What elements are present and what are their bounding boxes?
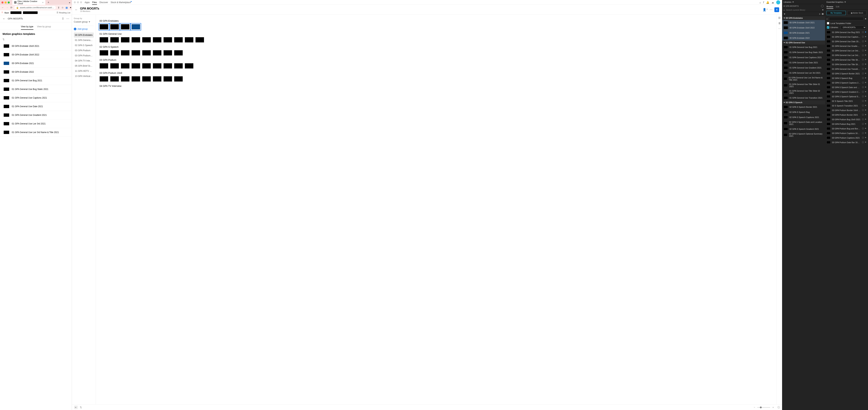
eg-templates-list[interactable]: 01 GPA General Use Bug 2021ⓘ★01 GPA Gene… — [825, 30, 868, 410]
favorite-star-icon[interactable]: ★ — [865, 136, 867, 139]
eg-template-item[interactable]: 03 GPA Podium Captions 2021ⓘ★ — [825, 135, 868, 140]
subtab-my-templates[interactable]: My Templates — [827, 11, 846, 15]
list-item[interactable]: 00 GPA Endslate 16x9 2022 — [0, 51, 72, 59]
group-by-select[interactable]: Custom group — [74, 21, 94, 23]
eg-template-item[interactable]: 02 GPA S Speech Date and Location 2021ⓘ★ — [825, 85, 868, 90]
apps-grid-icon[interactable]: ⠿ — [1, 11, 3, 14]
asset-thumbnail[interactable] — [163, 76, 172, 82]
favorite-star-icon[interactable]: ★ — [865, 77, 867, 80]
share-icon[interactable]: ⇪ — [58, 6, 60, 9]
library-section-header[interactable]: 01 GPA General Use — [782, 40, 825, 44]
library-item[interactable]: 02 GPA S Speech Optional Summary 2021 — [782, 132, 825, 138]
eg-template-item[interactable]: 03 GPA Podium Captions 16x9 2021ⓘ★ — [825, 131, 868, 135]
asset-thumbnail[interactable] — [174, 50, 183, 56]
asset-thumbnail[interactable] — [174, 37, 183, 42]
info-icon[interactable]: ⓘ — [862, 109, 864, 112]
tabs-dropdown-icon[interactable] — [69, 1, 70, 4]
templates-list[interactable]: 00 GPA Endslate 16x9 202100 GPA Endslate… — [0, 42, 72, 410]
info-icon[interactable]: ⓘ — [862, 40, 864, 43]
puzzle-ext-icon[interactable]: ✦ — [69, 6, 71, 9]
libraries-checkbox[interactable]: Libraries GPA MOGRTs — [827, 26, 866, 29]
library-content[interactable]: 00 GPA Endslates01 GPA General Use02 GPA… — [96, 15, 777, 405]
library-item[interactable]: 02 GPA S Speech Bug — [782, 109, 825, 115]
favorite-star-icon[interactable]: ★ — [865, 141, 867, 144]
grid-view-icon[interactable]: ▦ — [822, 13, 824, 15]
browser-tab[interactable]: Files | Adobe Creative Cloud × — [12, 0, 45, 5]
favorite-star-icon[interactable]: ★ — [865, 44, 867, 48]
asset-thumbnail[interactable] — [110, 24, 119, 30]
group-item[interactable]: 04 GPA TV Interview — [74, 58, 94, 63]
eg-template-item[interactable]: 02 GPA S Speech Captions 2021ⓘ★ — [825, 81, 868, 85]
list-item[interactable]: 01 GPA General Use Gradient 2021 — [0, 111, 72, 120]
favorite-star-icon[interactable]: ★ — [865, 118, 867, 121]
asset-thumbnail[interactable] — [195, 37, 204, 42]
info-icon[interactable]: ⓘ — [862, 31, 864, 34]
eg-template-item[interactable]: 01 GPA General Use Title Slide 02 2021ⓘ★ — [825, 62, 868, 67]
eg-template-item[interactable]: 02 GPA S Speech Border 2021ⓘ★ — [825, 71, 868, 76]
list-item[interactable]: 00 GPA Endslate 16x9 2021 — [0, 42, 72, 51]
library-item[interactable]: 00 GPA Endslate 2021 — [782, 30, 825, 35]
list-item[interactable]: 00 GPA Endslate 2022 — [0, 68, 72, 76]
library-icon[interactable]: ▥ — [778, 16, 781, 19]
asset-thumbnail[interactable] — [121, 76, 130, 82]
asset-thumbnail[interactable] — [110, 50, 119, 56]
asset-thumbnail[interactable] — [153, 63, 161, 69]
favorite-star-icon[interactable]: ★ — [865, 114, 867, 116]
favorite-star-icon[interactable]: ★ — [865, 100, 867, 102]
eg-template-item[interactable]: 02 GPA S Speech Optional Summary 2021ⓘ★ — [825, 94, 868, 99]
eg-template-item[interactable]: 03 GPA Podium Bug and Border 2021ⓘ★ — [825, 126, 868, 131]
library-item[interactable]: 00 GPA Endslate 16x9 2022 — [782, 25, 825, 30]
add-user-icon[interactable]: 👤⁺ — [763, 8, 768, 11]
group-item[interactable]: 03 GPA Podium 16x9 — [74, 53, 94, 58]
bookmark-star-icon[interactable]: ☆ — [62, 6, 64, 9]
group-item[interactable]: 03 GPA Podium — [74, 48, 94, 53]
library-item[interactable]: 01 GPA General Use Captions 2021 — [782, 55, 825, 60]
eg-template-item[interactable]: 01 GPA General Use Lwr 3rd 2021ⓘ★ — [825, 48, 868, 53]
asset-thumbnail[interactable] — [185, 37, 193, 42]
local-folder-check-input[interactable] — [827, 22, 829, 24]
asset-thumbnail[interactable] — [110, 76, 119, 82]
asset-thumbnail[interactable] — [110, 63, 119, 69]
back-icon[interactable]: ← — [75, 8, 78, 11]
info-icon[interactable]: ⓘ — [862, 95, 864, 98]
reload-button[interactable]: ⟳ — [10, 6, 12, 9]
url-bar[interactable]: 🔒 assets.adobe.com/libraries/urn:aaid:..… — [14, 6, 56, 9]
list-item[interactable]: 01 GPA General Use Bug 2021 — [0, 76, 72, 85]
eg-template-item[interactable]: 03 GPA Podium Border 16x9 2021ⓘ★ — [825, 108, 868, 113]
favorite-star-icon[interactable]: ★ — [865, 35, 867, 38]
library-section-header[interactable]: 02 GPA S Speech — [782, 100, 825, 104]
library-item[interactable]: 00 GPA Endslate 16x9 2021 — [782, 20, 825, 25]
asset-thumbnail[interactable] — [131, 76, 140, 82]
more-rail-icon[interactable]: ⋯ — [778, 27, 781, 30]
list-item[interactable]: 01 GPA General Use Bug Static 2021 — [0, 85, 72, 94]
library-items-list[interactable]: 00 GPA Endslates00 GPA Endslate 16x9 202… — [782, 16, 825, 410]
favorite-star-icon[interactable]: ★ — [865, 127, 867, 130]
new-tab-button[interactable]: + — [46, 1, 50, 4]
group-item[interactable]: 00 GPA Endslates — [74, 32, 94, 38]
eg-template-item[interactable]: 02 S Speech Title 2021ⓘ★ — [825, 99, 868, 103]
library-item[interactable]: 01 GPA General Use Lwr 3rd Name & Title … — [782, 75, 825, 82]
favorite-star-icon[interactable]: ★ — [865, 49, 867, 52]
asset-thumbnail[interactable] — [174, 76, 183, 82]
asset-thumbnail[interactable] — [142, 37, 151, 42]
bookmark-redacted-2[interactable] — [23, 11, 38, 14]
asset-thumbnail[interactable] — [99, 50, 108, 56]
panel-menu-icon[interactable]: ≡ — [793, 1, 794, 3]
back-button[interactable]: ← — [1, 6, 4, 9]
local-folder-checkbox[interactable]: Local Templates Folder — [827, 22, 866, 24]
asset-thumbnail[interactable] — [142, 50, 151, 56]
info-icon[interactable]: ⓘ — [862, 141, 864, 144]
add-group-button[interactable]: + Add group — [74, 28, 94, 30]
share-button-icon[interactable]: ⇧ — [62, 17, 64, 20]
eg-search-input[interactable] — [829, 17, 864, 21]
tab-edit[interactable]: Edit — [836, 5, 839, 9]
library-item[interactable]: 02 GPA S Speech Date and Location 2021 — [782, 120, 825, 126]
info-icon[interactable]: ⓘ — [862, 81, 864, 84]
bookmark-redacted-1[interactable] — [10, 11, 22, 14]
library-item[interactable]: 02 GPA S Speech Captions 2021 — [782, 115, 825, 120]
asset-thumbnail[interactable] — [174, 63, 183, 69]
eg-template-item[interactable]: 01 GPA General Use Bug 2021ⓘ★ — [825, 30, 868, 34]
info-icon[interactable]: ⓘ — [862, 35, 864, 38]
list-item[interactable]: 00 GPA Endslate 2021 — [0, 59, 72, 68]
asset-thumbnail[interactable] — [163, 50, 172, 56]
